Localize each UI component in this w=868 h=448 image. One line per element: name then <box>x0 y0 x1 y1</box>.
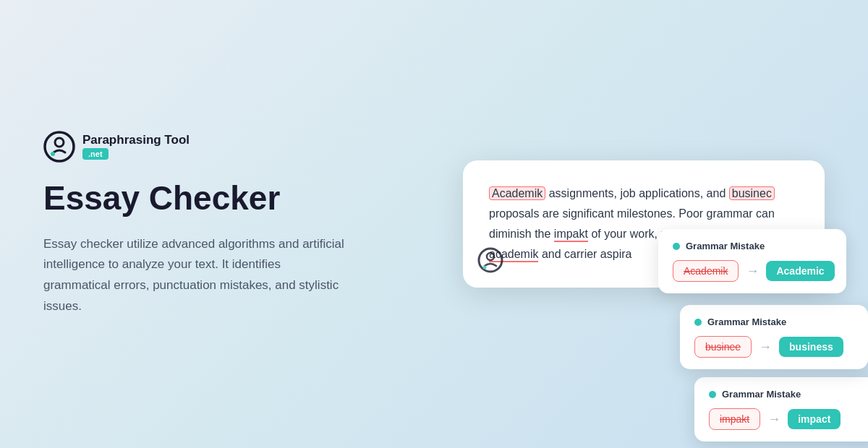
status-dot-2 <box>694 319 702 326</box>
correction-card-1: Grammar Mistake Academik → Academic <box>658 229 846 293</box>
status-dot-1 <box>673 243 680 250</box>
page-description: Essay checker utilize advanced algorithm… <box>43 234 347 318</box>
wrong-word-3: impakt <box>709 408 760 430</box>
svg-point-2 <box>51 152 55 156</box>
error-highlight-businec: businec <box>729 186 775 200</box>
page-heading: Essay Checker <box>43 180 391 217</box>
svg-point-5 <box>483 266 487 270</box>
correction-card-3: Grammar Mistake impakt → impact <box>694 377 868 441</box>
logo-area: Paraphrasing Tool .net <box>43 131 391 163</box>
left-panel: Paraphrasing Tool .net Essay Checker Ess… <box>43 131 391 317</box>
right-panel: Academik assignments, job applications, … <box>391 160 825 288</box>
correction-header-2: Grammar Mistake <box>694 316 854 327</box>
svg-point-4 <box>487 253 494 260</box>
error-underline-impakt: impakt <box>554 228 588 242</box>
correction-row-3: impakt → impact <box>709 408 868 430</box>
logo-title: Paraphrasing Tool <box>82 134 190 147</box>
logo-text-wrap: Paraphrasing Tool .net <box>82 134 190 160</box>
wrong-word-1: Academik <box>673 260 739 282</box>
arrow-icon-2: → <box>759 340 772 355</box>
arrow-icon-3: → <box>767 412 780 427</box>
correction-header-3: Grammar Mistake <box>709 389 868 400</box>
logo-badge: .net <box>82 148 109 160</box>
status-dot-3 <box>709 391 716 398</box>
page-wrapper: Paraphrasing Tool .net Essay Checker Ess… <box>0 0 868 448</box>
main-card: Academik assignments, job applications, … <box>463 160 825 288</box>
card-text-1: assignments, job applications, and <box>549 187 729 199</box>
correct-word-1: Academic <box>766 261 834 281</box>
correction-label-2: Grammar Mistake <box>707 316 786 327</box>
correction-card-2: Grammar Mistake businee → business <box>680 305 868 369</box>
correction-header-1: Grammar Mistake <box>673 241 832 251</box>
correction-row-2: businee → business <box>694 336 854 358</box>
correction-label-3: Grammar Mistake <box>722 389 801 400</box>
svg-point-1 <box>55 138 64 147</box>
card-logo-watermark <box>477 247 503 273</box>
arrow-icon-1: → <box>746 264 759 279</box>
correct-word-2: business <box>779 337 843 357</box>
correct-word-3: impact <box>788 409 841 429</box>
error-highlight-academik: Academik <box>489 186 545 200</box>
correction-label-1: Grammar Mistake <box>686 241 765 251</box>
logo-icon <box>43 131 75 163</box>
card-text-4: and carrier aspira <box>542 248 632 260</box>
wrong-word-2: businee <box>694 336 752 358</box>
correction-row-1: Academik → Academic <box>673 260 832 282</box>
